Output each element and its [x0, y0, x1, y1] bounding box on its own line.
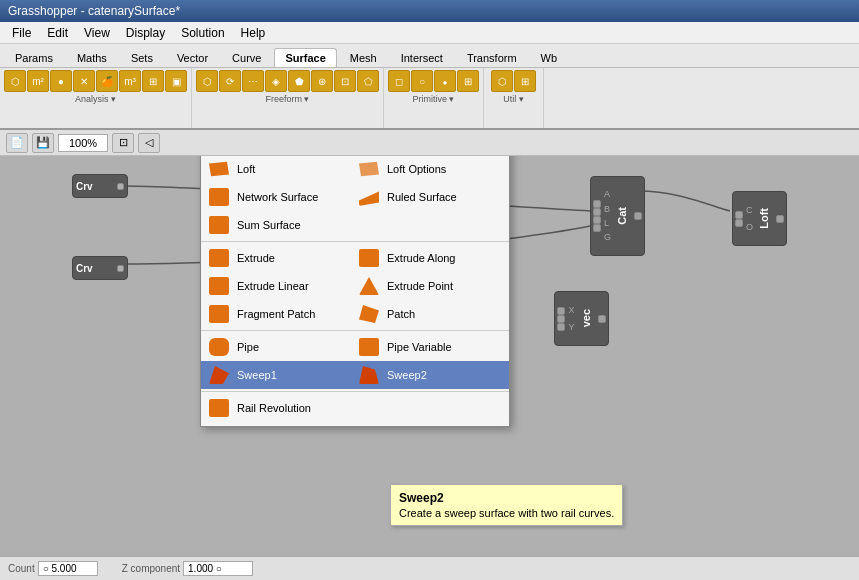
tab-mesh[interactable]: Mesh — [339, 48, 388, 67]
menu-label-extrudealong: Extrude Along — [387, 252, 456, 264]
count-value[interactable]: ○ 5.000 — [38, 561, 98, 576]
toolbar-icon-8[interactable]: ▣ — [165, 70, 187, 92]
freeform-dropdown: Freeform 4Point Surface Surface From Poi… — [200, 156, 510, 427]
tab-curve[interactable]: Curve — [221, 48, 272, 67]
toolbar-icon-2[interactable]: m² — [27, 70, 49, 92]
tooltip-title: Sweep2 — [399, 491, 614, 505]
analysis-label: Analysis ▾ — [75, 94, 116, 104]
menu-half-extrudealong: Extrude Along — [355, 244, 505, 272]
toolbar-freeform-7[interactable]: ⊡ — [334, 70, 356, 92]
tab-surface[interactable]: Surface — [274, 48, 336, 67]
vec-port-right-v — [598, 315, 606, 323]
toolbar-util-1[interactable]: ⬡ — [491, 70, 513, 92]
menu-item-railrevolution[interactable]: Rail Revolution — [201, 394, 509, 422]
toolbar-util-2[interactable]: ⊞ — [514, 70, 536, 92]
gh-component-crv1[interactable]: Crv — [72, 174, 128, 198]
menu-label-loft: Loft — [237, 163, 255, 175]
menu-item-extrudelinear[interactable]: Extrude Linear Extrude Point — [201, 272, 509, 300]
cat-port-g — [593, 224, 601, 232]
vec-port-x — [557, 307, 565, 315]
primitive-icons: ◻ ○ ⬥ ⊞ — [388, 70, 479, 92]
toolbar-freeform-3[interactable]: ⋯ — [242, 70, 264, 92]
icon-loftoptions — [355, 156, 383, 182]
toolbar-freeform-5[interactable]: ⬟ — [288, 70, 310, 92]
tab-intersect[interactable]: Intersect — [390, 48, 454, 67]
toolbar-primitive-4[interactable]: ⊞ — [457, 70, 479, 92]
toolbar-primitive-1[interactable]: ◻ — [388, 70, 410, 92]
save-btn[interactable]: 💾 — [32, 133, 54, 153]
util-icons: ⬡ ⊞ — [491, 70, 536, 92]
zoom-display: 100% — [58, 134, 108, 152]
menu-view[interactable]: View — [76, 22, 118, 43]
toolbar-icon-4[interactable]: ✕ — [73, 70, 95, 92]
toolbar-freeform-2[interactable]: ⟳ — [219, 70, 241, 92]
toolbar-primitive-3[interactable]: ⬥ — [434, 70, 456, 92]
tab-vector[interactable]: Vector — [166, 48, 219, 67]
cat-labels: ABLG — [604, 187, 611, 245]
toolbar-icon-5[interactable]: 🍊 — [96, 70, 118, 92]
toolbar-icon-7[interactable]: ⊞ — [142, 70, 164, 92]
menu-half-extrudepoint: Extrude Point — [355, 272, 505, 300]
tab-params[interactable]: Params — [4, 48, 64, 67]
toolbar-freeform-1[interactable]: ⬡ — [196, 70, 218, 92]
menu-edit[interactable]: Edit — [39, 22, 76, 43]
toolbar-primitive-2[interactable]: ○ — [411, 70, 433, 92]
freeform-icons: ⬡ ⟳ ⋯ ◈ ⬟ ⊛ ⊡ ⬠ — [196, 70, 379, 92]
gh-component-loft[interactable]: CO Loft — [732, 191, 787, 246]
canvas-area[interactable]: Crv Crv ABLG Cat CO — [0, 156, 859, 556]
menu-item-fragmentpatch[interactable]: Fragment Patch Patch — [201, 300, 509, 328]
toolbar-icon-1[interactable]: ⬡ — [4, 70, 26, 92]
new-btn[interactable]: 📄 — [6, 133, 28, 153]
menu-label-loftoptions: Loft Options — [387, 163, 446, 175]
toolbar-freeform-4[interactable]: ◈ — [265, 70, 287, 92]
icon-pipevariable — [355, 334, 383, 360]
cat-port-b — [593, 208, 601, 216]
count-group: Count ○ 5.000 — [8, 561, 98, 576]
menu-item-extrude[interactable]: Extrude Extrude Along — [201, 244, 509, 272]
cat-main-label: Cat — [616, 207, 628, 225]
toolbar-freeform-6[interactable]: ⊛ — [311, 70, 333, 92]
gh-component-crv2[interactable]: Crv — [72, 256, 128, 280]
menu-label-railrevolution: Rail Revolution — [237, 402, 311, 414]
menu-item-sweep1[interactable]: Sweep1 Sweep2 — [201, 361, 509, 389]
menu-label-sum: Sum Surface — [237, 219, 301, 231]
menu-half-loft: Loft — [205, 156, 355, 183]
menu-half-patch: Patch — [355, 300, 505, 328]
menu-divider-1 — [201, 241, 509, 242]
cat-port-l — [593, 216, 601, 224]
tab-maths[interactable]: Maths — [66, 48, 118, 67]
menu-item-pipe[interactable]: Pipe Pipe Variable — [201, 333, 509, 361]
gh-component-vec[interactable]: XY vec — [554, 291, 609, 346]
z-group: Z component 1.000 ○ — [122, 561, 253, 576]
tab-sets[interactable]: Sets — [120, 48, 164, 67]
menu-display[interactable]: Display — [118, 22, 173, 43]
tab-wb[interactable]: Wb — [530, 48, 569, 67]
icon-extrudepoint — [355, 273, 383, 299]
crv1-label: Crv — [76, 181, 93, 192]
menu-half-pipe: Pipe — [205, 333, 355, 361]
menu-file[interactable]: File — [4, 22, 39, 43]
tab-transform[interactable]: Transform — [456, 48, 528, 67]
toggle-btn[interactable]: ◁ — [138, 133, 160, 153]
menu-item-sum[interactable]: Sum Surface — [201, 211, 509, 239]
menu-solution[interactable]: Solution — [173, 22, 232, 43]
toolbar-section-analysis: ⬡ m² ● ✕ 🍊 m³ ⊞ ▣ Analysis ▾ — [0, 68, 192, 128]
menu-label-extrude: Extrude — [237, 252, 275, 264]
z-value[interactable]: 1.000 ○ — [183, 561, 253, 576]
menu-label-network: Network Surface — [237, 191, 318, 203]
menu-item-network[interactable]: Network Surface Ruled Surface — [201, 183, 509, 211]
menu-half-extrudelinear: Extrude Linear — [205, 272, 355, 300]
menu-divider-3 — [201, 391, 509, 392]
toolbar-freeform-8[interactable]: ⬠ — [357, 70, 379, 92]
tooltip-box: Sweep2 Create a sweep surface with two r… — [390, 484, 623, 526]
menu-half-sum: Sum Surface — [205, 211, 355, 239]
toolbar-icon-6[interactable]: m³ — [119, 70, 141, 92]
gh-component-cat[interactable]: ABLG Cat — [590, 176, 645, 256]
toolbar-icon-3[interactable]: ● — [50, 70, 72, 92]
menu-item-loft[interactable]: Loft Loft Options — [201, 156, 509, 183]
menu-half-loftoptions: Loft Options — [355, 156, 505, 183]
menu-help[interactable]: Help — [233, 22, 274, 43]
vec-main-label: vec — [580, 309, 592, 327]
toolbar-section-freeform: ⬡ ⟳ ⋯ ◈ ⬟ ⊛ ⊡ ⬠ Freeform ▾ — [192, 68, 384, 128]
zoom-fit-btn[interactable]: ⊡ — [112, 133, 134, 153]
